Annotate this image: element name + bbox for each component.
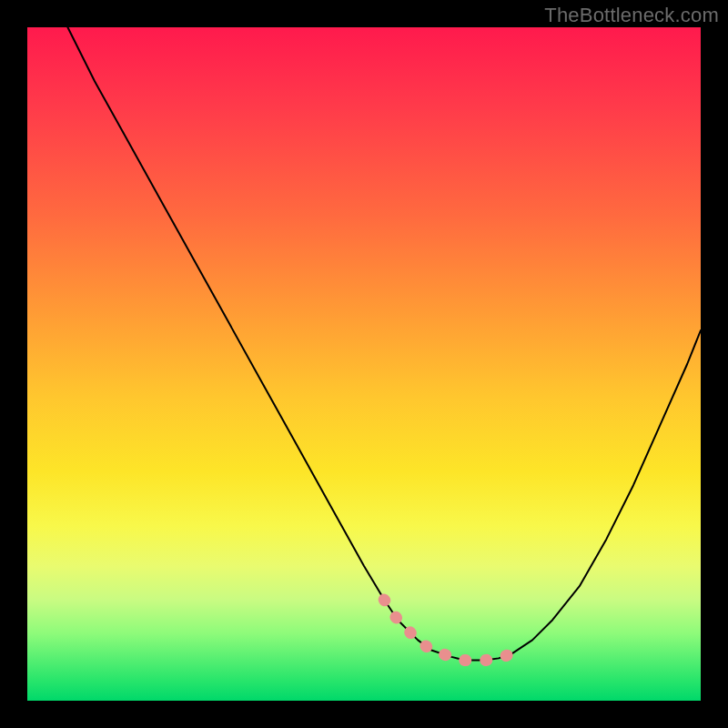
bottleneck-curve bbox=[67, 27, 701, 661]
plot-area bbox=[27, 27, 701, 701]
chart-frame: TheBottleneck.com bbox=[0, 0, 728, 728]
curve-svg bbox=[27, 27, 701, 701]
watermark-label: TheBottleneck.com bbox=[544, 4, 719, 27]
bottom-highlight bbox=[384, 600, 512, 661]
